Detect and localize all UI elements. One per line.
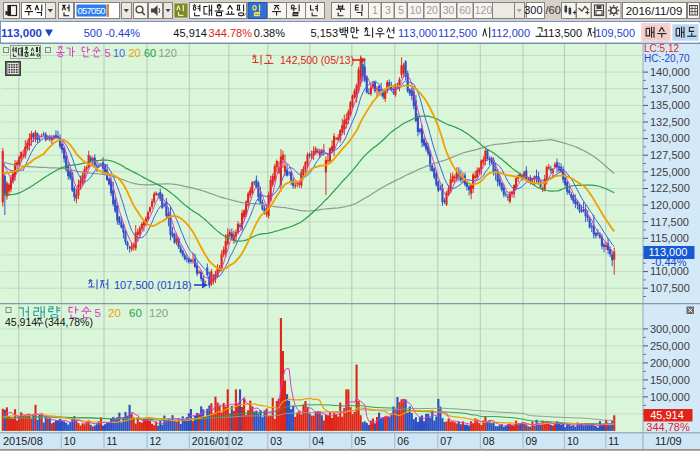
svg-text:12: 12: [150, 435, 162, 447]
svg-text:112,500: 112,500: [438, 27, 477, 39]
svg-text:344.78%: 344.78%: [209, 27, 253, 39]
svg-text:45,914: 45,914: [5, 316, 37, 328]
svg-text:45,914: 45,914: [173, 27, 207, 39]
svg-text:10: 10: [567, 435, 579, 447]
svg-text:06: 06: [397, 435, 409, 447]
svg-text:11: 11: [608, 435, 619, 447]
svg-text:30: 30: [443, 4, 455, 16]
svg-text:107,500: 107,500: [650, 282, 690, 294]
svg-text:344,78%: 344,78%: [646, 421, 690, 433]
svg-text:20: 20: [426, 4, 438, 16]
svg-text:20: 20: [108, 307, 121, 319]
svg-text:05: 05: [354, 435, 366, 447]
svg-text:113,000: 113,000: [1, 27, 42, 39]
svg-text:02: 02: [231, 435, 243, 447]
svg-text:2016/01: 2016/01: [192, 435, 230, 447]
svg-text:137,500: 137,500: [650, 83, 690, 95]
svg-text:1: 1: [372, 4, 378, 16]
svg-text:60: 60: [144, 47, 156, 59]
svg-text:03: 03: [270, 435, 282, 447]
svg-text:107,500 (01/18): 107,500 (01/18): [114, 279, 192, 291]
svg-text:109,500: 109,500: [595, 27, 635, 39]
svg-text:-0.44%: -0.44%: [652, 256, 687, 268]
svg-text:115,000: 115,000: [650, 232, 689, 244]
svg-text:132,500: 132,500: [650, 116, 690, 128]
svg-text:20: 20: [129, 47, 141, 59]
svg-text:5: 5: [105, 47, 111, 59]
svg-text:LC:5,12: LC:5,12: [644, 43, 679, 54]
svg-text:(344,78%): (344,78%): [45, 316, 93, 328]
svg-text:60: 60: [129, 307, 142, 319]
svg-text:057050: 057050: [78, 5, 106, 16]
svg-text:10: 10: [113, 47, 125, 59]
svg-text:09: 09: [526, 435, 538, 447]
svg-text:3: 3: [385, 4, 391, 16]
svg-text:300: 300: [524, 4, 542, 16]
svg-text:100,000: 100,000: [650, 391, 690, 403]
svg-text:127,500: 127,500: [650, 149, 690, 161]
svg-text:07: 07: [440, 435, 452, 447]
svg-text:300,000: 300,000: [650, 323, 690, 335]
svg-text:117,500: 117,500: [650, 216, 689, 228]
svg-text:10: 10: [410, 4, 422, 16]
svg-text:120: 120: [159, 47, 177, 59]
svg-text:10: 10: [64, 435, 76, 447]
svg-text:120: 120: [475, 4, 493, 16]
svg-text:140,000: 140,000: [650, 66, 690, 78]
svg-text:200,000: 200,000: [650, 357, 690, 369]
svg-text:45,914: 45,914: [650, 409, 684, 421]
svg-text:122,500: 122,500: [650, 182, 690, 194]
svg-text:11: 11: [107, 435, 118, 447]
svg-text:11/09: 11/09: [655, 435, 682, 447]
svg-text:5: 5: [95, 307, 101, 319]
svg-text:142,500 (05/13): 142,500 (05/13): [280, 54, 354, 66]
svg-text:08: 08: [483, 435, 495, 447]
svg-text:113,000: 113,000: [398, 27, 437, 39]
svg-text:5,153: 5,153: [310, 27, 338, 39]
svg-text:-0.44%: -0.44%: [105, 27, 140, 39]
svg-text:2015/08: 2015/08: [3, 435, 43, 447]
svg-text:120,000: 120,000: [650, 199, 690, 211]
svg-text:04: 04: [312, 435, 324, 447]
svg-text:250,000: 250,000: [650, 340, 690, 352]
svg-text:125,000: 125,000: [650, 166, 690, 178]
svg-text:0.38%: 0.38%: [254, 27, 285, 39]
svg-text:120: 120: [149, 307, 168, 319]
svg-text:113,500: 113,500: [543, 27, 582, 39]
svg-text:135,000: 135,000: [650, 99, 690, 111]
svg-text:112,000: 112,000: [491, 27, 530, 39]
svg-text:150,000: 150,000: [650, 374, 690, 386]
svg-text:130,000: 130,000: [650, 132, 690, 144]
svg-text:60: 60: [459, 4, 471, 16]
svg-text:5: 5: [398, 4, 404, 16]
svg-text:2016/11/09: 2016/11/09: [626, 5, 683, 17]
svg-text:HC:-20,70: HC:-20,70: [644, 53, 690, 64]
svg-text:500: 500: [84, 27, 102, 39]
